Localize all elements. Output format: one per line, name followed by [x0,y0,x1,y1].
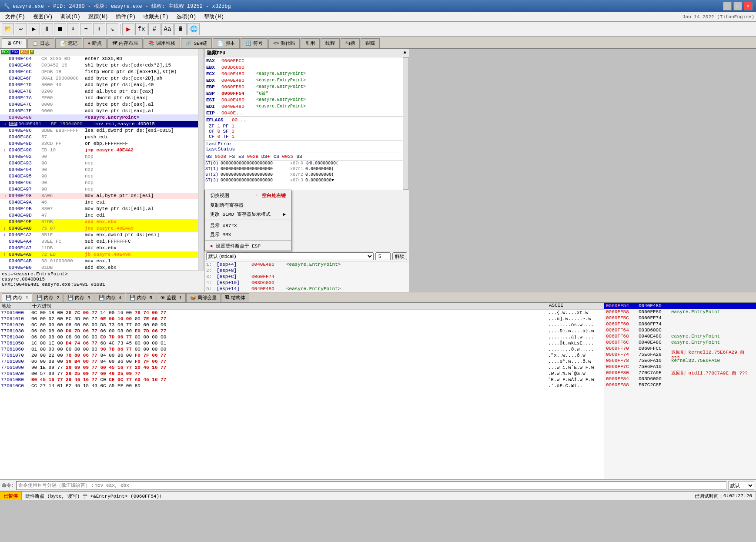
command-input[interactable] [16,481,726,490]
disasm-row[interactable]: 0040E493 90 nop [0,160,198,167]
reg-ecx[interactable]: ECX 0040E480 <easyre.EntryPoint> [204,70,403,77]
tab-breakpoints[interactable]: ● 断点 [83,38,107,48]
reg-esi[interactable]: ESI 0040E480 <easyre.EntryPoint> [204,97,403,103]
tb-pause[interactable]: ⏸ [41,23,53,35]
tab-handles[interactable]: 句柄 [341,38,360,48]
disasm-row[interactable]: 0040E46F 00A1 2D000000 add byte ptr ds:[… [0,75,198,82]
minimize-button[interactable]: ─ [723,2,732,10]
tb-run[interactable]: ▶ [122,23,134,35]
tab-symbols[interactable]: 🔣 符号 [241,38,268,48]
disasm-row[interactable]: ↑ 0040E4A9 72 ED jb easyre.40E498 [0,251,198,258]
tab-threads[interactable]: 线程 [321,38,340,48]
tb-hash[interactable]: # [148,23,161,35]
disasm-row[interactable]: 0040E4A4 83EE FC sub esi,FFFFFFFC [0,238,198,245]
tab-log[interactable]: 📋 日志 [27,38,54,48]
ctx-show-x87[interactable]: 显示 x87rX [205,221,291,230]
tb-globe[interactable]: 🌐 [187,23,200,35]
tab-trace[interactable]: 跟踪 [361,38,380,48]
unlock-button[interactable]: 解锁 [392,252,407,260]
reg-esp[interactable]: ESP 0060FF54 "€跛" [204,90,403,97]
mem-row[interactable]: 77061040 06 00 08 00 08 00 08 00 E0 7D 0… [0,334,604,340]
btab-watch1[interactable]: 👁 监视 1 [157,293,186,302]
mem-row[interactable]: 77061010 00 00 02 00 FC 5D 06 77 0E 00 1… [0,316,604,322]
disasm-current-row[interactable]: → EIP 0040E481 BE 15D04000 mov esi,easyr… [0,121,198,127]
tb-aa[interactable]: Aa [161,23,174,35]
cmd-combo[interactable]: 默认 [728,481,754,490]
call-stack-row[interactable]: 2: [esp+8] [204,268,409,274]
tb-stop[interactable]: ⏹ [54,23,66,35]
btab-mem1[interactable]: 💾 内存 1 [2,293,32,302]
menu-view[interactable]: 视图(V) [30,13,57,21]
disasm-row[interactable]: → 0040E498 8A06 mov al,byte ptr ds:[esi] [0,193,198,199]
disasm-row[interactable]: 0040E49A 46 inc esi [0,199,198,206]
reg-ebp[interactable]: EBP 0060FF80 <easyre.EntryPoint> [204,84,403,90]
disasm-row[interactable]: 0040E46C DF5B 1B fistp word ptr ds:[ebx+… [0,69,198,75]
disasm-row[interactable]: 0040E492 90 nop [0,154,198,160]
disasm-row[interactable]: 0040E464 C8 3535 BD enter 3535,BD [0,56,198,62]
stack-highlight-row[interactable]: 0060FF54 0040E480 [604,303,756,309]
reg-title[interactable]: 隐藏FPU ▲ [204,49,409,57]
menu-debug[interactable]: 调试(D) [57,13,84,21]
tb-restart[interactable]: ▶ [28,23,40,35]
tab-source[interactable]: <> 源代码 [268,38,300,48]
stack-row[interactable]: 0060FF6C 0040E480 easyre.EntryPoint [604,339,756,345]
disasm-row[interactable]: 0040E480 <easyre.EntryPoint> [0,114,198,121]
tab-call-stack[interactable]: 📚 调用堆栈 [144,38,180,48]
disasm-row[interactable]: 0040E497 90 nop [0,186,198,193]
stack-row[interactable]: 0060FF60 0060FF74 [604,321,756,327]
stack-row[interactable]: 0060FF5C 0060FF74 [604,315,756,321]
disasm-row[interactable]: 0040E486 8DBE EB3FFFFF lea edi,dword ptr… [0,127,198,134]
ctx-switch-view[interactable]: 切换视图 → 空白处右键 [205,190,291,201]
disasm-row[interactable]: 0040E478 0200 add al,byte ptr ds:[eax] [0,88,198,95]
mem-row[interactable]: 77061080 06 00 08 00 30 B4 08 77 84 00 8… [0,358,604,365]
disasm-scrollbar[interactable] [198,49,204,270]
tb-calc[interactable]: 🖩 [174,23,187,35]
stack-row[interactable]: 0060FF68 0040E480 easyre.EntryPoint [604,333,756,339]
mem-row[interactable]: 77061000 0C 00 18 00 28 7C 06 77 14 00 1… [0,310,604,316]
mem-row[interactable]: 770610A0 00 57 09 77 20 25 09 77 60 40 2… [0,371,604,377]
maximize-button[interactable]: □ [733,2,742,10]
disasm-row[interactable]: 0040E494 90 nop [0,167,198,173]
reg-scrollbar[interactable] [403,57,409,190]
stack-row[interactable]: 0060FF80 770C7A9E 返回到 ntdll.770C7A9E 自 ?… [604,370,756,376]
close-button[interactable]: ✕ [744,2,753,10]
disasm-row[interactable]: 0040E4B0 01DB add ebx,ebx [0,264,198,270]
call-stack-row[interactable]: 4: [esp+10] 003D6000 [204,280,409,286]
tab-refs[interactable]: 引用 [301,38,320,48]
btab-mem2[interactable]: 💾 内存 2 [33,293,63,302]
mem-row[interactable]: 77061020 0C 00 00 00 08 00 08 00 D8 73 0… [0,322,604,328]
disasm-row[interactable]: 0040E495 90 nop [0,173,198,180]
disasm-row[interactable]: 0040E4A7 11DB adc ebx,ebx [0,245,198,251]
reg-eip[interactable]: EIP 0040E... [204,110,403,116]
tb-back[interactable]: ↩ [15,23,27,35]
tab-seh[interactable]: 🔗 SEH链 [181,38,212,48]
disasm-row[interactable]: 0040E49D 47 inc edi [0,212,198,219]
menu-options[interactable]: 选项(O) [173,13,200,21]
btab-locals[interactable]: 📦 局部变量 [186,293,221,302]
btab-mem3[interactable]: 💾 内存 3 [64,293,94,302]
disasm-row[interactable]: 0040E49E 01DB add ebx,ebx [0,219,198,225]
menu-plugin[interactable]: 插件(P) [112,13,139,21]
disasm-row[interactable]: 0040E48C 57 push edi [0,134,198,141]
btab-struct[interactable]: 🏗 结构体 [221,293,249,302]
stack-row[interactable]: 0060FF84 003D6000 [604,376,756,382]
tb-step-over[interactable]: ➡ [80,23,92,35]
call-stack-row[interactable]: 5: [esp+14] 0040E480 <easyre.EntryPoint> [204,286,409,292]
mem-row[interactable]: 770610C0 CC 27 14 01 F2 46 15 43 0C A5 E… [0,383,604,389]
call-stack-row[interactable]: 1: [esp+4] 0040E480 <easyre.EntryPoint> [204,261,409,268]
reg-eax[interactable]: EAX 0060FFCC [204,57,403,64]
mem-row[interactable]: 77061070 20 00 22 00 78 80 06 77 84 00 8… [0,352,604,358]
stack-row[interactable]: 0060FF78 75E6FA10 kernel32.75E6FA10 [604,358,756,364]
reg-ebx[interactable]: EBX 003D6000 [204,64,403,70]
tb-func[interactable]: fx [135,23,147,35]
disasm-row[interactable]: 0040E496 90 nop [0,180,198,186]
mem-row[interactable]: 77061030 06 00 08 00 D0 7D 06 77 06 00 0… [0,328,604,334]
tab-cpu[interactable]: 🖥 CPU [2,38,27,48]
mem-row[interactable]: 770610B0 B0 45 16 77 20 46 16 77 C0 CE 0… [0,377,604,383]
tb-run-to[interactable]: ↘ [106,23,118,35]
tab-script[interactable]: 📄 脚本 [213,38,240,48]
ctx-show-mmx[interactable]: 显示 MMX [205,230,291,239]
disasm-row[interactable]: 0040E468 C03452 15 shl byte ptr ds:[edx+… [0,62,198,69]
disasm-row[interactable]: 0040E47A FF00 inc dword ptr ds:[eax] [0,95,198,101]
btab-mem5[interactable]: 💾 内存 5 [126,293,156,302]
